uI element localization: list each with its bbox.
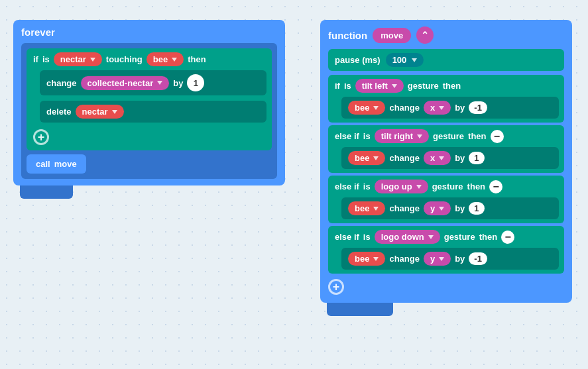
x-tilt-left-pill[interactable]: x — [424, 101, 451, 115]
then-tilt-right-label: then — [468, 131, 486, 141]
function-add-button[interactable]: + — [328, 279, 344, 295]
collected-nectar-pill[interactable]: collected-nectar — [81, 76, 170, 90]
is-tilt-right-label: is — [363, 131, 371, 141]
bee-logo-up-pill[interactable]: bee — [348, 201, 385, 215]
else-if-tilt-right-label: else if — [335, 131, 359, 141]
delete-nectar-pill[interactable]: nectar — [76, 105, 124, 119]
gesture-logo-up-label: gesture — [432, 182, 463, 191]
if-tilt-label: if — [335, 81, 340, 91]
is-logo-down-label: is — [363, 232, 371, 242]
bee-tilt-left-pill[interactable]: bee — [348, 101, 385, 115]
else-if-logo-up-label: else if — [335, 182, 359, 191]
nectar-pill[interactable]: nectar — [54, 52, 102, 66]
by-logo-up-label: by — [455, 203, 465, 213]
change-value: 1 — [187, 74, 204, 91]
x-tilt-right-pill[interactable]: x — [424, 151, 451, 165]
y-logo-down-pill[interactable]: y — [424, 252, 451, 266]
change-logo-down-label: change — [389, 254, 420, 264]
call-label: call — [36, 159, 50, 169]
function-name-pill[interactable]: move — [373, 28, 411, 43]
tilt-left-value: -1 — [469, 101, 487, 114]
is-label: is — [42, 54, 50, 64]
bee-logo-down-pill[interactable]: bee — [348, 252, 385, 266]
y-logo-up-pill[interactable]: y — [424, 201, 451, 215]
touching-label: touching — [106, 54, 143, 64]
change-tilt-label: change — [389, 103, 420, 113]
then-tilt-label: then — [443, 81, 461, 91]
tilt-right-value: 1 — [469, 152, 484, 164]
function-block: function move ⌃ pause (ms) 100 if is — [320, 20, 572, 316]
by-logo-down-label: by — [455, 254, 465, 264]
forever-label: forever — [21, 26, 277, 38]
pause-label: pause (ms) — [335, 55, 381, 65]
gesture-label: gesture — [408, 81, 439, 91]
if-label: if — [33, 54, 38, 64]
then-logo-up-label: then — [467, 182, 485, 191]
forever-block: forever if is nectar touching bee then — [13, 20, 285, 199]
gesture-tilt-right-label: gesture — [433, 131, 464, 141]
tilt-right-pill[interactable]: tilt right — [375, 129, 429, 143]
else-if-logo-down-label: else if — [335, 232, 359, 242]
change-label: change — [46, 78, 77, 88]
else-if-logo-up-remove[interactable]: − — [489, 180, 502, 193]
gesture-logo-down-label: gesture — [444, 232, 475, 242]
is-tilt-label: is — [344, 81, 351, 91]
logo-up-pill[interactable]: logo up — [375, 180, 428, 193]
by-label: by — [173, 78, 183, 88]
by-tilt-label: by — [455, 103, 465, 113]
then-label: then — [188, 54, 206, 64]
then-logo-down-label: then — [479, 232, 497, 242]
delete-label: delete — [46, 107, 72, 117]
tilt-left-pill[interactable]: tilt left — [355, 79, 404, 93]
by-tilt-right-label: by — [455, 153, 465, 163]
if-add-button[interactable]: + — [33, 129, 49, 145]
function-header-label: function — [328, 30, 367, 41]
logo-down-pill[interactable]: logo down — [375, 230, 440, 244]
function-expand-button[interactable]: ⌃ — [416, 26, 434, 44]
is-logo-up-label: is — [363, 182, 371, 191]
logo-up-value: 1 — [469, 202, 484, 215]
move-label: move — [54, 159, 77, 169]
logo-down-value: -1 — [469, 252, 487, 265]
else-if-logo-down-remove[interactable]: − — [501, 231, 514, 244]
pause-value: 100 — [392, 55, 407, 65]
change-logo-up-label: change — [389, 203, 420, 213]
bee-pill[interactable]: bee — [147, 52, 184, 66]
bee-tilt-right-pill[interactable]: bee — [348, 151, 385, 165]
change-tilt-right-label: change — [389, 153, 420, 163]
else-if-tilt-right-remove[interactable]: − — [491, 130, 504, 143]
